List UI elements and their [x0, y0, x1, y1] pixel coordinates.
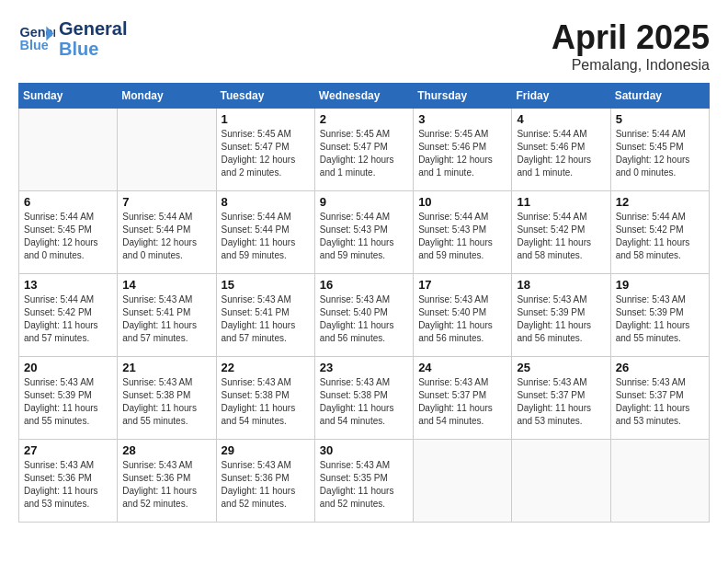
day-info: Sunrise: 5:43 AM Sunset: 5:38 PM Dayligh…	[222, 376, 310, 428]
calendar-cell: 19Sunrise: 5:43 AM Sunset: 5:39 PM Dayli…	[610, 274, 709, 357]
day-number: 20	[24, 361, 112, 374]
day-info: Sunrise: 5:43 AM Sunset: 5:39 PM Dayligh…	[517, 293, 605, 345]
day-number: 3	[418, 112, 506, 126]
day-number: 17	[418, 278, 506, 292]
day-info: Sunrise: 5:43 AM Sunset: 5:40 PM Dayligh…	[320, 293, 408, 345]
day-number: 14	[122, 278, 210, 292]
day-info: Sunrise: 5:43 AM Sunset: 5:40 PM Dayligh…	[418, 293, 506, 345]
calendar-body: 1Sunrise: 5:45 AM Sunset: 5:47 PM Daylig…	[19, 109, 710, 523]
day-info: Sunrise: 5:43 AM Sunset: 5:37 PM Dayligh…	[616, 376, 704, 428]
calendar-cell	[610, 440, 709, 523]
calendar-cell: 26Sunrise: 5:43 AM Sunset: 5:37 PM Dayli…	[610, 357, 709, 440]
day-number: 9	[320, 195, 408, 209]
calendar-cell: 9Sunrise: 5:44 AM Sunset: 5:43 PM Daylig…	[314, 191, 413, 274]
weekday-header-wednesday: Wednesday	[314, 84, 413, 109]
day-number: 25	[517, 361, 605, 374]
day-number: 27	[24, 443, 112, 457]
calendar-cell: 23Sunrise: 5:43 AM Sunset: 5:38 PM Dayli…	[314, 357, 413, 440]
day-info: Sunrise: 5:43 AM Sunset: 5:38 PM Dayligh…	[122, 376, 210, 428]
calendar-cell: 7Sunrise: 5:44 AM Sunset: 5:44 PM Daylig…	[118, 191, 216, 274]
day-info: Sunrise: 5:43 AM Sunset: 5:38 PM Dayligh…	[320, 376, 408, 428]
calendar-table: SundayMondayTuesdayWednesdayThursdayFrid…	[18, 83, 710, 523]
day-info: Sunrise: 5:45 AM Sunset: 5:46 PM Dayligh…	[418, 128, 506, 179]
logo-icon: General Blue	[18, 20, 55, 57]
day-info: Sunrise: 5:43 AM Sunset: 5:36 PM Dayligh…	[122, 459, 210, 511]
day-info: Sunrise: 5:44 AM Sunset: 5:42 PM Dayligh…	[517, 211, 605, 262]
calendar-cell: 6Sunrise: 5:44 AM Sunset: 5:45 PM Daylig…	[19, 191, 118, 274]
day-number: 30	[320, 443, 408, 457]
calendar-cell: 8Sunrise: 5:44 AM Sunset: 5:44 PM Daylig…	[216, 191, 314, 274]
weekday-header-sunday: Sunday	[19, 84, 118, 109]
calendar-cell: 14Sunrise: 5:43 AM Sunset: 5:41 PM Dayli…	[118, 274, 216, 357]
calendar-cell: 1Sunrise: 5:45 AM Sunset: 5:47 PM Daylig…	[216, 109, 314, 191]
calendar-cell: 18Sunrise: 5:43 AM Sunset: 5:39 PM Dayli…	[512, 274, 610, 357]
day-number: 8	[222, 195, 310, 209]
calendar-cell: 25Sunrise: 5:43 AM Sunset: 5:37 PM Dayli…	[512, 357, 610, 440]
day-number: 1	[222, 112, 310, 126]
calendar-week-3: 13Sunrise: 5:44 AM Sunset: 5:42 PM Dayli…	[19, 274, 710, 357]
svg-text:Blue: Blue	[20, 38, 49, 52]
day-number: 4	[517, 112, 605, 126]
weekday-header-monday: Monday	[118, 84, 216, 109]
weekday-header-friday: Friday	[512, 84, 610, 109]
logo-blue: Blue	[59, 39, 127, 59]
calendar-cell: 22Sunrise: 5:43 AM Sunset: 5:38 PM Dayli…	[216, 357, 314, 440]
calendar-cell: 27Sunrise: 5:43 AM Sunset: 5:36 PM Dayli…	[19, 440, 118, 523]
day-number: 12	[616, 195, 704, 209]
day-info: Sunrise: 5:44 AM Sunset: 5:42 PM Dayligh…	[616, 211, 704, 262]
day-info: Sunrise: 5:44 AM Sunset: 5:42 PM Dayligh…	[24, 293, 112, 345]
day-info: Sunrise: 5:44 AM Sunset: 5:44 PM Dayligh…	[222, 211, 310, 262]
page-header: General Blue General Blue April 2025 Pem…	[18, 18, 710, 74]
logo-general: General	[59, 18, 127, 39]
day-info: Sunrise: 5:43 AM Sunset: 5:36 PM Dayligh…	[24, 459, 112, 511]
logo: General Blue General Blue	[18, 18, 127, 59]
day-number: 28	[122, 443, 210, 457]
day-info: Sunrise: 5:43 AM Sunset: 5:37 PM Dayligh…	[418, 376, 506, 428]
calendar-cell: 2Sunrise: 5:45 AM Sunset: 5:47 PM Daylig…	[314, 109, 413, 191]
calendar-header-row: SundayMondayTuesdayWednesdayThursdayFrid…	[19, 84, 710, 109]
calendar-cell: 30Sunrise: 5:43 AM Sunset: 5:35 PM Dayli…	[314, 440, 413, 523]
calendar-cell: 4Sunrise: 5:44 AM Sunset: 5:46 PM Daylig…	[512, 109, 610, 191]
day-info: Sunrise: 5:43 AM Sunset: 5:41 PM Dayligh…	[222, 293, 310, 345]
day-number: 24	[418, 361, 506, 374]
calendar-cell: 12Sunrise: 5:44 AM Sunset: 5:42 PM Dayli…	[610, 191, 709, 274]
calendar-cell: 15Sunrise: 5:43 AM Sunset: 5:41 PM Dayli…	[216, 274, 314, 357]
month-title: April 2025	[552, 18, 710, 57]
day-info: Sunrise: 5:43 AM Sunset: 5:35 PM Dayligh…	[320, 459, 408, 511]
calendar-cell	[414, 440, 512, 523]
weekday-header-thursday: Thursday	[414, 84, 512, 109]
day-number: 11	[517, 195, 605, 209]
day-info: Sunrise: 5:45 AM Sunset: 5:47 PM Dayligh…	[222, 128, 310, 179]
day-number: 29	[222, 443, 310, 457]
calendar-week-1: 1Sunrise: 5:45 AM Sunset: 5:47 PM Daylig…	[19, 109, 710, 191]
day-info: Sunrise: 5:44 AM Sunset: 5:43 PM Dayligh…	[320, 211, 408, 262]
day-info: Sunrise: 5:44 AM Sunset: 5:46 PM Dayligh…	[517, 128, 605, 179]
calendar-cell: 10Sunrise: 5:44 AM Sunset: 5:43 PM Dayli…	[414, 191, 512, 274]
calendar-cell	[118, 109, 216, 191]
day-info: Sunrise: 5:43 AM Sunset: 5:39 PM Dayligh…	[616, 293, 704, 345]
calendar-cell	[19, 109, 118, 191]
day-info: Sunrise: 5:44 AM Sunset: 5:44 PM Dayligh…	[122, 211, 210, 262]
calendar-cell: 5Sunrise: 5:44 AM Sunset: 5:45 PM Daylig…	[610, 109, 709, 191]
day-info: Sunrise: 5:43 AM Sunset: 5:39 PM Dayligh…	[24, 376, 112, 428]
calendar-cell	[512, 440, 610, 523]
day-number: 5	[616, 112, 704, 126]
day-info: Sunrise: 5:44 AM Sunset: 5:45 PM Dayligh…	[24, 211, 112, 262]
weekday-header-tuesday: Tuesday	[216, 84, 314, 109]
day-info: Sunrise: 5:44 AM Sunset: 5:43 PM Dayligh…	[418, 211, 506, 262]
calendar-cell: 13Sunrise: 5:44 AM Sunset: 5:42 PM Dayli…	[19, 274, 118, 357]
day-info: Sunrise: 5:43 AM Sunset: 5:37 PM Dayligh…	[517, 376, 605, 428]
calendar-cell: 28Sunrise: 5:43 AM Sunset: 5:36 PM Dayli…	[118, 440, 216, 523]
location-title: Pemalang, Indonesia	[552, 57, 710, 74]
calendar-cell: 20Sunrise: 5:43 AM Sunset: 5:39 PM Dayli…	[19, 357, 118, 440]
day-number: 10	[418, 195, 506, 209]
day-number: 19	[616, 278, 704, 292]
calendar-cell: 29Sunrise: 5:43 AM Sunset: 5:36 PM Dayli…	[216, 440, 314, 523]
day-number: 18	[517, 278, 605, 292]
weekday-header-saturday: Saturday	[610, 84, 709, 109]
day-number: 7	[122, 195, 210, 209]
day-number: 2	[320, 112, 408, 126]
calendar-cell: 17Sunrise: 5:43 AM Sunset: 5:40 PM Dayli…	[414, 274, 512, 357]
calendar-cell: 24Sunrise: 5:43 AM Sunset: 5:37 PM Dayli…	[414, 357, 512, 440]
day-number: 13	[24, 278, 112, 292]
